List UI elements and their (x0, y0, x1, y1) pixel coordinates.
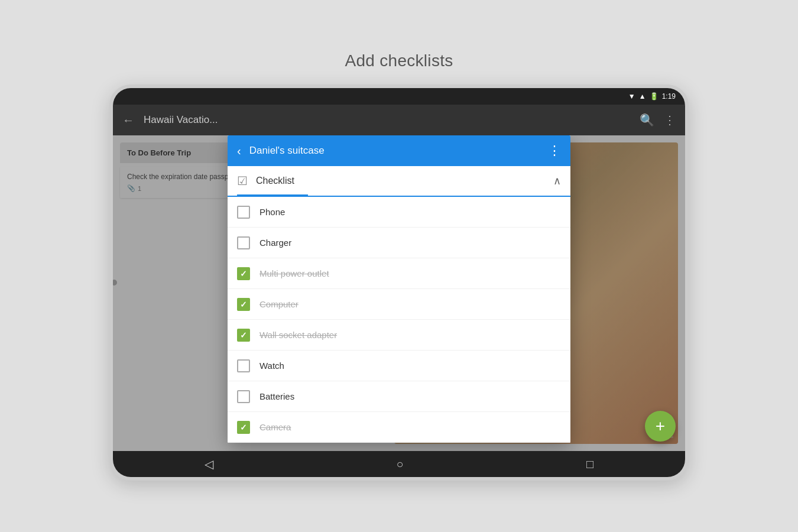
checkbox-multi-power[interactable] (237, 267, 250, 280)
checklist-underline (237, 194, 308, 196)
app-back-icon[interactable]: ← (122, 113, 134, 127)
board-title: Hawaii Vacatio... (144, 114, 218, 126)
item-label-camera: Camera (259, 422, 291, 432)
checklist-item-phone[interactable]: Phone (228, 197, 570, 228)
search-icon[interactable]: 🔍 (640, 113, 654, 127)
item-label-wall-socket: Wall socket adapter (259, 330, 337, 340)
item-label-watch: Watch (259, 361, 284, 371)
signal-icon: ▲ (639, 92, 646, 100)
status-icons: ▼ ▲ 🔋 1:19 (628, 92, 676, 100)
checklist-item-computer[interactable]: Computer (228, 289, 570, 320)
checklist-item-batteries[interactable]: Batteries (228, 381, 570, 412)
item-label-charger: Charger (259, 238, 291, 248)
wifi-icon: ▼ (628, 92, 635, 100)
modal-dialog: ‹ Daniel's suitcase ⋮ ☑ Checklist ∧ (228, 135, 570, 443)
checklist-section-header: ☑ Checklist ∧ (228, 166, 570, 197)
checklist-expand-icon[interactable]: ∧ (553, 174, 561, 187)
modal-more-icon[interactable]: ⋮ (548, 143, 561, 158)
cards-area: To Do Before Trip ⋮ Check the expiration… (113, 135, 685, 451)
battery-icon: 🔋 (650, 92, 658, 100)
nav-back-icon[interactable]: ◁ (205, 457, 213, 471)
checkbox-wall-socket[interactable] (237, 329, 250, 342)
checklist-item-wall-socket[interactable]: Wall socket adapter (228, 320, 570, 351)
checkbox-camera[interactable] (237, 421, 250, 434)
checkbox-watch[interactable] (237, 359, 250, 372)
item-label-computer: Computer (259, 299, 299, 309)
checkbox-computer[interactable] (237, 298, 250, 311)
item-label-phone: Phone (259, 207, 285, 217)
item-label-batteries: Batteries (259, 391, 294, 401)
nav-recent-icon[interactable]: □ (586, 458, 593, 471)
page-title: Add checklists (345, 51, 453, 70)
checklist-header-icon: ☑ (237, 174, 248, 188)
checklist-item-camera[interactable]: Camera (228, 412, 570, 443)
modal-overlay: ‹ Daniel's suitcase ⋮ ☑ Checklist ∧ (113, 135, 685, 451)
nav-bar: ◁ ○ □ (113, 451, 685, 477)
checklist-label: Checklist (256, 176, 553, 186)
checklist-item-charger[interactable]: Charger (228, 228, 570, 258)
modal-header: ‹ Daniel's suitcase ⋮ (228, 135, 570, 166)
modal-title: Daniel's suitcase (249, 145, 548, 157)
checklist-item-multi-power[interactable]: Multi power outlet (228, 258, 570, 289)
status-time: 1:19 (662, 92, 676, 100)
modal-back-icon[interactable]: ‹ (237, 144, 241, 158)
checkbox-phone[interactable] (237, 206, 250, 219)
tablet-frame: ▼ ▲ 🔋 1:19 ← Hawaii Vacatio... 🔍 ⋮ To Do… (109, 85, 689, 481)
app-toolbar: ← Hawaii Vacatio... 🔍 ⋮ (113, 105, 685, 135)
checkbox-charger[interactable] (237, 236, 250, 249)
nav-home-icon[interactable]: ○ (396, 458, 403, 471)
item-label-multi-power: Multi power outlet (259, 268, 329, 278)
more-options-icon[interactable]: ⋮ (664, 113, 676, 127)
checklist-items-list: Phone Charger Multi power outlet (228, 197, 570, 443)
checklist-item-watch[interactable]: Watch (228, 351, 570, 381)
checkbox-batteries[interactable] (237, 390, 250, 403)
app-toolbar-right: 🔍 ⋮ (640, 113, 676, 127)
status-bar: ▼ ▲ 🔋 1:19 (113, 88, 685, 105)
